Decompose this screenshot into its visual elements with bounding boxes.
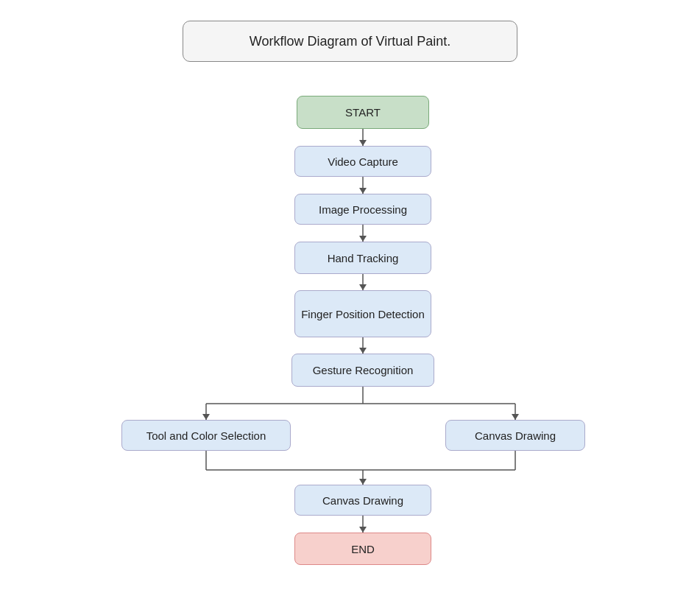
- svg-marker-1: [359, 140, 367, 146]
- node-gesture-recognition: Gesture Recognition: [291, 354, 434, 387]
- svg-marker-9: [359, 348, 367, 354]
- svg-marker-16: [512, 414, 519, 420]
- svg-marker-5: [359, 236, 367, 242]
- diagram-title: Workflow Diagram of Virtual Paint.: [183, 21, 517, 62]
- node-hand-tracking: Hand Tracking: [294, 242, 431, 274]
- diagram-container: Workflow Diagram of Virtual Paint.: [0, 0, 700, 590]
- node-tool-color: Tool and Color Selection: [121, 420, 291, 451]
- node-finger-position: Finger Position Detection: [294, 290, 431, 337]
- svg-marker-22: [359, 479, 367, 485]
- svg-marker-3: [359, 188, 367, 194]
- node-canvas-drawing-bottom: Canvas Drawing: [294, 485, 431, 516]
- node-start: START: [297, 96, 429, 129]
- svg-marker-13: [202, 414, 210, 420]
- node-image-processing: Image Processing: [294, 194, 431, 225]
- node-end: END: [294, 533, 431, 565]
- node-canvas-drawing-right: Canvas Drawing: [445, 420, 585, 451]
- svg-marker-24: [359, 527, 367, 533]
- node-video-capture: Video Capture: [294, 146, 431, 177]
- svg-marker-7: [359, 284, 367, 290]
